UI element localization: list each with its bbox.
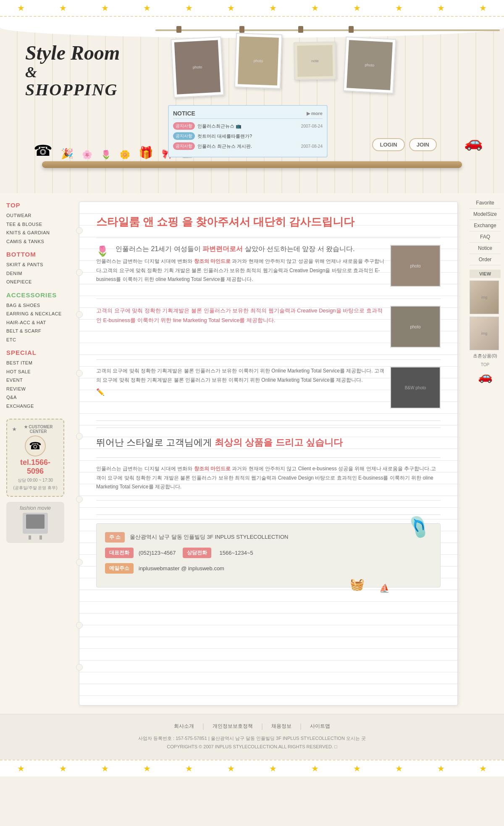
address-row-email: 메일주소 inpluswebmaster @ inplusweb.com <box>105 563 432 574</box>
photo-frame-3: note <box>294 42 336 80</box>
tv-icon <box>23 513 48 534</box>
right-sidebar: Favorite ModelSize Exchange FAQ Notice O… <box>466 193 504 714</box>
star-icon: ★ <box>311 3 319 13</box>
divider <box>96 420 441 421</box>
right-nav-exchange[interactable]: Exchange <box>470 220 501 231</box>
right-nav-notice[interactable]: Notice <box>470 243 501 254</box>
email-label: 메일주소 <box>105 563 134 574</box>
nav-item-hair[interactable]: HAIR-ACC & HAT <box>6 318 64 327</box>
star-icon: ★ <box>269 3 277 13</box>
footer-area: 회사소개 | 개인정보보호정책 | 채용정보 | 사이트맵 사업자 등록번호 :… <box>0 714 504 760</box>
nav-section-special: SPECIAL BEST ITEM HOT SALE EVENT REVIEW … <box>6 349 64 410</box>
korean-title-text: 스타일룸 앤 쇼핑 을 찾아주셔서 대단히 감사드립니다 <box>96 215 354 228</box>
right-nav-modelsize[interactable]: ModelSize <box>470 209 501 220</box>
footer-link-company[interactable]: 회사소개 <box>174 723 194 730</box>
car-icon: 🚗 <box>470 370 501 383</box>
main-content: 스타일룸 앤 쇼핑 을 찾아주셔서 대단히 감사드립니다 photo 🌷 인풀러… <box>71 193 466 714</box>
photo-image-3: note <box>297 45 333 76</box>
footer-link-recruit[interactable]: 채용정보 <box>271 723 291 730</box>
section-image-1: photo <box>390 245 441 287</box>
car-decoration: 🚗 <box>464 134 483 151</box>
phone-value: (052)123~4567 <box>139 550 176 556</box>
nav-item-denim[interactable]: DENIM <box>6 269 64 278</box>
shelf-decoration <box>42 134 462 168</box>
section-block-4: 인풀러스는 급변하는 디지털 시대에 변화와 창조의 마인드로 과거와 현재에 … <box>96 464 441 492</box>
photo-frame-1: photo <box>171 37 224 98</box>
footer-separator: | <box>261 723 263 730</box>
nav-item-camis[interactable]: CAMIS & TANKS <box>6 237 64 246</box>
star-icon: ★ <box>479 3 487 13</box>
nav-section-accessories-title: ACCESSORIES <box>6 291 64 299</box>
fashion-movie-box: fashion movie <box>6 502 64 543</box>
top-button[interactable]: TOP <box>470 362 501 367</box>
nav-item-tee[interactable]: TEE & BLOUSE <box>6 220 64 229</box>
consult-value: 1566~1234~5 <box>220 550 253 556</box>
star-icon: ★ <box>185 763 193 774</box>
star-icon: ★ <box>479 763 487 774</box>
nav-section-top-title: TOP <box>6 202 64 209</box>
left-sidebar: TOP OUTWEAR TEE & BLOUSE KNITS & GARDIAN… <box>0 193 71 714</box>
nav-item-event[interactable]: EVENT <box>6 376 64 385</box>
nav-section-special-title: SPECIAL <box>6 349 64 356</box>
footer-separator: | <box>300 723 302 730</box>
right-nav-faq[interactable]: FAQ <box>470 231 501 243</box>
star-icon: ★ <box>353 763 361 774</box>
notebook-hole <box>76 664 83 671</box>
section-text-pink: 고객의 요구에 맞춰 정확한 기획계발은 불론 인풀러스가 보유한 최적의 웹기… <box>96 306 441 325</box>
notice-text: 인풀러스최근뉴스 📺 <box>197 123 299 129</box>
photo-image-4: photo <box>346 40 393 90</box>
star-icon: ★ <box>101 3 109 13</box>
nav-item-knits[interactable]: KNITS & GARDIAN <box>6 228 64 237</box>
nav-item-earring[interactable]: EARRING & NECKLACE <box>6 309 64 318</box>
star-icon: ★ <box>143 3 151 13</box>
notebook-hole <box>76 370 83 377</box>
tv-leg <box>29 535 31 540</box>
pencil-icon: ✏️ <box>96 388 441 396</box>
right-nav-order[interactable]: Order <box>470 254 501 265</box>
photo-image-1: photo <box>174 40 220 94</box>
phone-label: 대표전화 <box>105 548 134 558</box>
view-thumbs: img img <box>470 281 501 350</box>
star-icon: ★ <box>185 3 193 13</box>
photo-image-2: photo <box>238 36 279 85</box>
address-row-phone: 대표전화 (052)123~4567 상담전화 1566~1234~5 <box>105 548 432 558</box>
notice-more-link[interactable]: ▶ more <box>307 111 323 116</box>
star-icon: ★ <box>143 763 151 774</box>
footer-copyright: COPYRIGHTS © 2007 INPLUS STYLECOLLECTION… <box>8 743 496 751</box>
nav-item-skirt[interactable]: SKIRT & PANTS <box>6 260 64 269</box>
star-icon: ★ <box>227 3 235 13</box>
view-label: VIEW <box>470 270 501 278</box>
photos-area: photo photo note photo <box>160 29 496 113</box>
star-icon: ★ <box>437 3 445 13</box>
nav-item-best[interactable]: BEST ITEM <box>6 359 64 367</box>
right-nav-favorite[interactable]: Favorite <box>470 197 501 209</box>
consult-label: 상담전화 <box>183 548 211 558</box>
nav-item-review[interactable]: REVIEW <box>6 385 64 393</box>
nav-item-belt[interactable]: BELT & SCARF <box>6 327 64 336</box>
korean-banner: 뛰어난 스타일로 고객님에게 최상의 상품을 드리고 싶습니다 <box>96 436 441 449</box>
divider <box>96 299 441 299</box>
nav-item-bag-shoes[interactable]: BAG & SHOES <box>6 301 64 310</box>
nav-item-hotsale[interactable]: HOT SALE <box>6 367 64 376</box>
nav-item-qa[interactable]: Q&A <box>6 393 64 402</box>
divider <box>96 359 441 360</box>
nav-item-outwear[interactable]: OUTWEAR <box>6 211 64 220</box>
star-icon: ★ <box>395 3 403 13</box>
customer-center-title: ★ ★ CUSTOMER CENTER <box>12 425 58 434</box>
notebook-hole <box>76 269 83 276</box>
nav-item-onepiece[interactable]: ONEPIECE <box>6 278 64 286</box>
star-icon: ★ <box>269 763 277 774</box>
banner-strong-text: 최상의 상품을 드리고 싶습니다 <box>215 437 342 448</box>
banner-normal-text: 뛰어난 스타일로 고객님에게 <box>96 437 215 448</box>
email-value: inpluswebmaster @ inplusweb.com <box>139 565 224 572</box>
footer-link-sitemap[interactable]: 사이트맵 <box>310 723 330 730</box>
star-icon: ★ <box>437 763 445 774</box>
section-korean-1: 인풀러스는 21세기 여성들이 파변련더로서 살았아 선도하는데 앞장 서 왔습… <box>116 245 355 254</box>
footer-separator: | <box>202 723 204 730</box>
shelf-board <box>42 161 462 168</box>
divider <box>96 514 441 515</box>
nav-item-etc[interactable]: ETC <box>6 336 64 344</box>
footer-link-privacy[interactable]: 개인정보보호정책 <box>213 723 253 730</box>
nav-item-exchange[interactable]: EXCHANGE <box>6 402 64 411</box>
main-layout: TOP OUTWEAR TEE & BLOUSE KNITS & GARDIAN… <box>0 193 504 714</box>
